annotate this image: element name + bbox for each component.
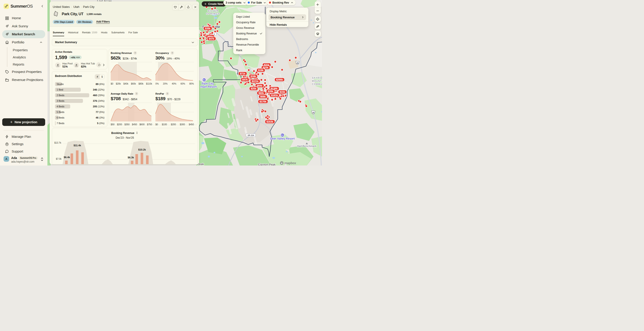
svg-text:Hail Benchmark: Hail Benchmark xyxy=(297,145,317,148)
svg-text:SPRINGS: SPRINGS xyxy=(206,12,220,15)
svg-text:ntain Resort: ntain Resort xyxy=(200,85,217,88)
svg-text:Clayton Peak: Clayton Peak xyxy=(258,163,276,166)
svg-text:40: 40 xyxy=(312,112,314,114)
svg-text:Deer Valley Resort: Deer Valley Resort xyxy=(270,137,295,140)
svg-text:COMMUNIT: COMMUNIT xyxy=(312,83,322,86)
svg-text:mapbox: mapbox xyxy=(284,161,296,165)
svg-text:SR 224: SR 224 xyxy=(248,134,254,136)
svg-text:SKYRIDGE: SKYRIDGE xyxy=(312,77,322,79)
svg-text:★: ★ xyxy=(281,162,283,164)
svg-text:SILVER: SILVER xyxy=(208,10,218,12)
svg-text:40: 40 xyxy=(296,62,298,64)
svg-text:MOUNTAIN: MOUNTAIN xyxy=(312,80,322,82)
svg-text:Park City: Park City xyxy=(202,82,214,85)
